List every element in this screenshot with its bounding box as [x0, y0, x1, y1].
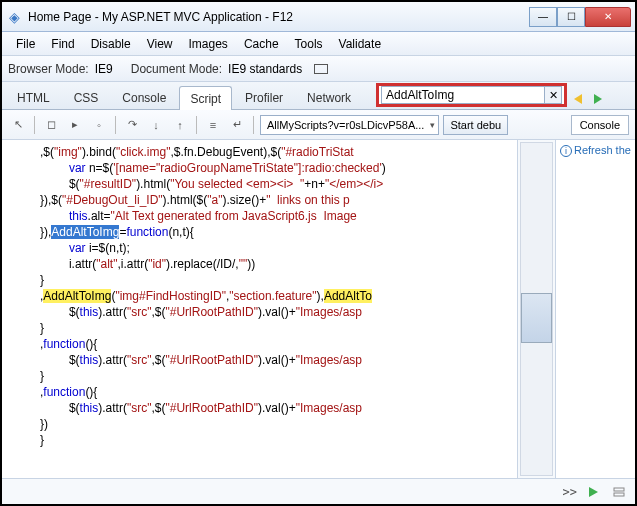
- play-icon[interactable]: ▸: [65, 115, 85, 135]
- browser-mode-label: Browser Mode:: [8, 62, 89, 76]
- svg-rect-3: [614, 488, 624, 491]
- step-into-icon[interactable]: ↓: [146, 115, 166, 135]
- tab-html[interactable]: HTML: [6, 85, 61, 109]
- info-text: Refresh the: [574, 144, 631, 156]
- menu-tools[interactable]: Tools: [287, 34, 331, 54]
- break-icon[interactable]: ◦: [89, 115, 109, 135]
- menu-file[interactable]: File: [8, 34, 43, 54]
- match-other: AddAltTo: [324, 289, 372, 303]
- svg-marker-1: [594, 94, 602, 104]
- select-element-icon[interactable]: ↖: [8, 115, 28, 135]
- console-pane: iRefresh the: [555, 140, 635, 478]
- stop-icon[interactable]: ◻: [41, 115, 61, 135]
- search-container: ✕: [376, 83, 567, 107]
- app-icon: ◈: [6, 9, 22, 25]
- menu-validate[interactable]: Validate: [331, 34, 389, 54]
- window-title: Home Page - My ASP.NET MVC Application -…: [28, 10, 529, 24]
- tab-css[interactable]: CSS: [63, 85, 110, 109]
- minimize-button[interactable]: —: [529, 7, 557, 27]
- code-editor[interactable]: ,$("img").bind("click.img",$.fn.DebugEve…: [2, 140, 517, 478]
- right-tab-console[interactable]: Console: [571, 115, 629, 135]
- svg-marker-2: [589, 487, 598, 497]
- script-file-dropdown[interactable]: AllMyScripts?v=r0sLDicvP58A...: [260, 115, 439, 135]
- view-mode-icon[interactable]: [314, 64, 328, 74]
- tab-script[interactable]: Script: [179, 86, 232, 110]
- console-prompt[interactable]: >>: [563, 485, 577, 499]
- search-clear-button[interactable]: ✕: [544, 86, 562, 104]
- format-icon[interactable]: ≡: [203, 115, 223, 135]
- document-mode-label: Document Mode:: [131, 62, 222, 76]
- tab-network[interactable]: Network: [296, 85, 362, 109]
- console-input-bar: >>: [2, 478, 635, 504]
- menu-images[interactable]: Images: [181, 34, 236, 54]
- script-file-name: AllMyScripts?v=r0sLDicvP58A...: [267, 119, 424, 131]
- search-next-button[interactable]: [589, 91, 605, 107]
- step-out-icon[interactable]: ↑: [170, 115, 190, 135]
- match-other: AddAltToImg: [43, 289, 111, 303]
- menu-cache[interactable]: Cache: [236, 34, 287, 54]
- multiline-button[interactable]: [609, 482, 629, 502]
- panel-tabs: HTML CSS Console Script Profiler Network…: [2, 82, 635, 110]
- wrap-icon[interactable]: ↵: [227, 115, 247, 135]
- menu-view[interactable]: View: [139, 34, 181, 54]
- maximize-button[interactable]: ☐: [557, 7, 585, 27]
- document-mode-value[interactable]: IE9 standards: [228, 62, 302, 76]
- browser-mode-value[interactable]: IE9: [95, 62, 113, 76]
- scroll-thumb[interactable]: [521, 293, 552, 343]
- search-input[interactable]: [381, 86, 545, 104]
- tab-console[interactable]: Console: [111, 85, 177, 109]
- vertical-scrollbar[interactable]: [517, 140, 555, 478]
- mode-toolbar: Browser Mode: IE9 Document Mode: IE9 sta…: [2, 56, 635, 82]
- close-button[interactable]: ✕: [585, 7, 631, 27]
- menubar: File Find Disable View Images Cache Tool…: [2, 32, 635, 56]
- tab-profiler[interactable]: Profiler: [234, 85, 294, 109]
- run-script-button[interactable]: [583, 482, 603, 502]
- titlebar: ◈ Home Page - My ASP.NET MVC Application…: [2, 2, 635, 32]
- info-icon: i: [560, 145, 572, 157]
- step-over-icon[interactable]: ↷: [122, 115, 142, 135]
- search-prev-button[interactable]: [571, 91, 587, 107]
- start-debug-button[interactable]: Start debu: [443, 115, 508, 135]
- match-current: AddAltToImg: [51, 225, 119, 239]
- menu-disable[interactable]: Disable: [83, 34, 139, 54]
- svg-marker-0: [574, 94, 582, 104]
- svg-rect-4: [614, 493, 624, 496]
- script-toolbar: ↖ ◻ ▸ ◦ ↷ ↓ ↑ ≡ ↵ AllMyScripts?v=r0sLDic…: [2, 110, 635, 140]
- menu-find[interactable]: Find: [43, 34, 82, 54]
